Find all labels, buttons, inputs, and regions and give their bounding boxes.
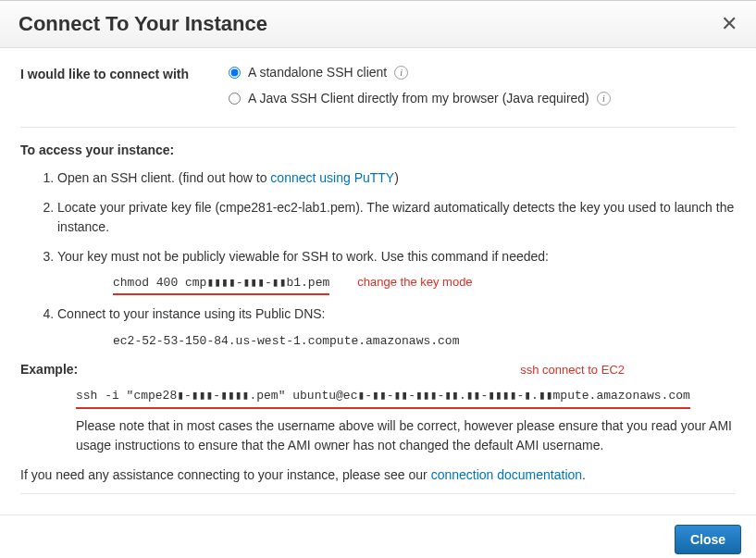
connect-with-label: I would like to connect with: [20, 63, 229, 85]
connection-docs-link[interactable]: connection documentation: [431, 467, 582, 482]
step-1: Open an SSH client. (find out how to con…: [57, 168, 736, 189]
step-2: Locate your private key file (cmpe281-ec…: [57, 198, 736, 238]
assistance-line: If you need any assistance connecting to…: [20, 465, 736, 486]
dialog-title: Connect To Your Instance: [19, 12, 267, 36]
close-button[interactable]: Close: [675, 525, 741, 554]
chmod-block: chmod 400 cmp▮▮▮▮-▮▮▮-▮▮b1.pem change th…: [113, 273, 736, 295]
step-4: Connect to your instance using its Publi…: [57, 304, 736, 351]
example-label: Example:: [20, 360, 78, 380]
info-icon[interactable]: i: [394, 66, 408, 80]
steps-list: Open an SSH client. (find out how to con…: [57, 168, 736, 351]
option-ssh-client[interactable]: A standalone SSH client i: [229, 63, 736, 83]
dialog-header: Connect To Your Instance ✕: [0, 1, 756, 48]
chmod-annotation: change the key mode: [357, 273, 472, 291]
public-dns: ec2-52-53-150-84.us-west-1.compute.amazo…: [113, 334, 459, 348]
username-note: Please note that in most cases the usern…: [76, 416, 736, 456]
option-java-client-label: A Java SSH Client directly from my brows…: [248, 89, 589, 109]
info-icon[interactable]: i: [597, 92, 611, 105]
radio-ssh-client[interactable]: [229, 67, 241, 79]
divider: [20, 127, 736, 128]
step-3: Your key must not be publicly viewable f…: [57, 247, 736, 295]
ssh-example-block: ssh -i "cmpe28▮-▮▮▮-▮▮▮▮.pem" ubuntu@ec▮…: [76, 385, 736, 408]
ssh-command: ssh -i "cmpe28▮-▮▮▮-▮▮▮▮.pem" ubuntu@ec▮…: [76, 387, 690, 408]
dns-block: ec2-52-53-150-84.us-west-1.compute.amazo…: [113, 330, 736, 351]
putty-link[interactable]: connect using PuTTY: [270, 170, 394, 185]
dialog: Connect To Your Instance ✕ I would like …: [0, 0, 756, 558]
connect-with-row: I would like to connect with A standalon…: [20, 63, 736, 114]
example-row: Example: ssh connect to EC2: [20, 360, 736, 380]
example-annotation: ssh connect to EC2: [520, 361, 625, 379]
connect-options: A standalone SSH client i A Java SSH Cli…: [229, 63, 736, 114]
option-ssh-client-label: A standalone SSH client: [248, 63, 387, 83]
chmod-command: chmod 400 cmp▮▮▮▮-▮▮▮-▮▮b1.pem: [113, 274, 329, 295]
option-java-client[interactable]: A Java SSH Client directly from my brows…: [229, 89, 736, 109]
dialog-body: I would like to connect with A standalon…: [0, 48, 756, 515]
radio-java-client[interactable]: [229, 93, 241, 105]
dialog-footer: Close: [0, 515, 756, 558]
close-icon[interactable]: ✕: [721, 14, 737, 34]
divider: [20, 493, 736, 494]
access-heading: To access your instance:: [20, 141, 736, 161]
